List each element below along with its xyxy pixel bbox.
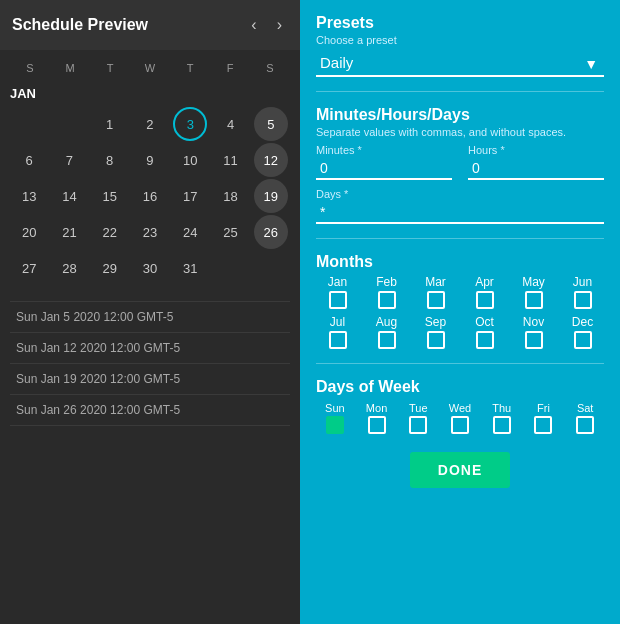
cal-day-23[interactable]: 23 — [133, 215, 167, 249]
dow-item-sun: Sun — [316, 402, 354, 434]
prev-button[interactable]: ‹ — [245, 14, 262, 36]
done-button[interactable]: DONE — [410, 452, 510, 488]
schedule-item: Sun Jan 12 2020 12:00 GMT-5 — [10, 333, 290, 364]
cal-day-20[interactable]: 20 — [12, 215, 46, 249]
month-name-sep: Sep — [425, 315, 446, 329]
preset-wrapper: DailyWeeklyMonthlyYearlyCustom ▼ — [316, 50, 604, 77]
cal-day-22[interactable]: 22 — [93, 215, 127, 249]
month-checkbox-feb[interactable] — [378, 291, 396, 309]
dow-checkbox-mon[interactable] — [368, 416, 386, 434]
cal-day-17[interactable]: 17 — [173, 179, 207, 213]
month-name-feb: Feb — [376, 275, 397, 289]
month-checkbox-sep[interactable] — [427, 331, 445, 349]
hours-input[interactable] — [468, 158, 604, 180]
month-checkbox-nov[interactable] — [525, 331, 543, 349]
cal-day-7[interactable]: 7 — [52, 143, 86, 177]
cal-day-4[interactable]: 4 — [214, 107, 248, 141]
left-panel: Schedule Preview ‹ › SMTWTFS JAN 1234567… — [0, 0, 300, 624]
cal-day-1[interactable]: 1 — [93, 107, 127, 141]
done-row: DONE — [316, 448, 604, 492]
month-checkbox-oct[interactable] — [476, 331, 494, 349]
nav-buttons: ‹ › — [245, 14, 288, 36]
schedule-list: Sun Jan 5 2020 12:00 GMT-5Sun Jan 12 202… — [0, 293, 300, 624]
month-item-may: May — [512, 275, 555, 309]
month-checkbox-apr[interactable] — [476, 291, 494, 309]
cal-day-10[interactable]: 10 — [173, 143, 207, 177]
months-grid: JanFebMarAprMayJunJulAugSepOctNovDec — [316, 275, 604, 349]
cal-day-3[interactable]: 3 — [173, 107, 207, 141]
cal-day-25[interactable]: 25 — [214, 215, 248, 249]
dow-item-thu: Thu — [483, 402, 521, 434]
month-checkbox-jun[interactable] — [574, 291, 592, 309]
schedule-item: Sun Jan 5 2020 12:00 GMT-5 — [10, 301, 290, 333]
dow-checkbox-wed[interactable] — [451, 416, 469, 434]
cal-day-30[interactable]: 30 — [133, 251, 167, 285]
dow-item-mon: Mon — [358, 402, 396, 434]
cal-day-5[interactable]: 5 — [254, 107, 288, 141]
dow-name-thu: Thu — [492, 402, 511, 414]
month-checkbox-jan[interactable] — [329, 291, 347, 309]
month-checkbox-mar[interactable] — [427, 291, 445, 309]
dow-header-T: T — [90, 58, 130, 78]
cal-day-11[interactable]: 11 — [214, 143, 248, 177]
cal-day-24[interactable]: 24 — [173, 215, 207, 249]
cal-day-29[interactable]: 29 — [93, 251, 127, 285]
days-field-group: Days * — [316, 188, 604, 224]
month-name-mar: Mar — [425, 275, 446, 289]
cal-day-14[interactable]: 14 — [52, 179, 86, 213]
cal-grid: 1234567891011121314151617181920212223242… — [10, 107, 290, 285]
cal-day-13[interactable]: 13 — [12, 179, 46, 213]
month-item-jun: Jun — [561, 275, 604, 309]
month-name-may: May — [522, 275, 545, 289]
next-button[interactable]: › — [271, 14, 288, 36]
dow-name-fri: Fri — [537, 402, 550, 414]
dow-header-S: S — [250, 58, 290, 78]
dow-checkbox-sun[interactable] — [326, 416, 344, 434]
dow-checkbox-sat[interactable] — [576, 416, 594, 434]
dow-checkbox-fri[interactable] — [534, 416, 552, 434]
dow-checkbox-tue[interactable] — [409, 416, 427, 434]
cal-day-28[interactable]: 28 — [52, 251, 86, 285]
months-section: Months JanFebMarAprMayJunJulAugSepOctNov… — [316, 253, 604, 349]
cal-day-15[interactable]: 15 — [93, 179, 127, 213]
dow-name-tue: Tue — [409, 402, 428, 414]
cal-day-9[interactable]: 9 — [133, 143, 167, 177]
month-item-feb: Feb — [365, 275, 408, 309]
cal-day-26[interactable]: 26 — [254, 215, 288, 249]
month-item-oct: Oct — [463, 315, 506, 349]
hours-label: Hours * — [468, 144, 604, 156]
dow-checkbox-thu[interactable] — [493, 416, 511, 434]
month-checkbox-may[interactable] — [525, 291, 543, 309]
month-checkbox-aug[interactable] — [378, 331, 396, 349]
minutes-hours-row: Minutes * Hours * — [316, 144, 604, 180]
cal-day-31[interactable]: 31 — [173, 251, 207, 285]
month-name-jan: Jan — [328, 275, 347, 289]
month-name-oct: Oct — [475, 315, 494, 329]
cal-day-18[interactable]: 18 — [214, 179, 248, 213]
dow-item-sat: Sat — [566, 402, 604, 434]
cal-day-27[interactable]: 27 — [12, 251, 46, 285]
month-item-dec: Dec — [561, 315, 604, 349]
cal-day-2[interactable]: 2 — [133, 107, 167, 141]
cal-day-8[interactable]: 8 — [93, 143, 127, 177]
dow-title: Days of Week — [316, 378, 604, 396]
cal-day-21[interactable]: 21 — [52, 215, 86, 249]
days-input[interactable] — [316, 202, 604, 224]
schedule-item: Sun Jan 19 2020 12:00 GMT-5 — [10, 364, 290, 395]
minutes-input[interactable] — [316, 158, 452, 180]
month-item-jan: Jan — [316, 275, 359, 309]
dow-grid: SunMonTueWedThuFriSat — [316, 402, 604, 434]
divider-1 — [316, 91, 604, 92]
month-item-mar: Mar — [414, 275, 457, 309]
months-title: Months — [316, 253, 604, 271]
month-checkbox-dec[interactable] — [574, 331, 592, 349]
month-name-jun: Jun — [573, 275, 592, 289]
cal-day-6[interactable]: 6 — [12, 143, 46, 177]
mhd-title: Minutes/Hours/Days — [316, 106, 604, 124]
cal-day-12[interactable]: 12 — [254, 143, 288, 177]
cal-day-16[interactable]: 16 — [133, 179, 167, 213]
month-checkbox-jul[interactable] — [329, 331, 347, 349]
preset-select[interactable]: DailyWeeklyMonthlyYearlyCustom — [316, 50, 604, 77]
days-label: Days * — [316, 188, 604, 200]
cal-day-19[interactable]: 19 — [254, 179, 288, 213]
